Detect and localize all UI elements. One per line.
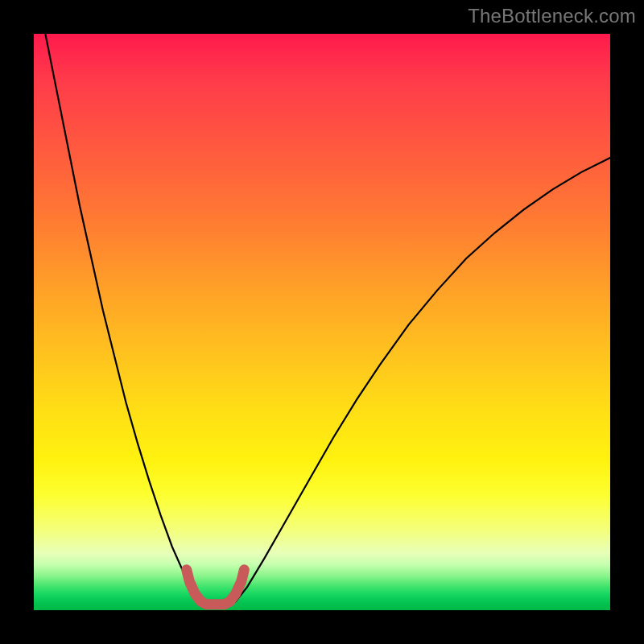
chart-svg: [34, 34, 610, 610]
curve-left: [45, 34, 200, 601]
watermark-text: TheBottleneck.com: [468, 5, 636, 27]
plot-area: [34, 34, 610, 610]
curve-right: [236, 158, 610, 601]
valley-highlight: [187, 570, 245, 605]
chart-frame: TheBottleneck.com: [0, 0, 644, 644]
